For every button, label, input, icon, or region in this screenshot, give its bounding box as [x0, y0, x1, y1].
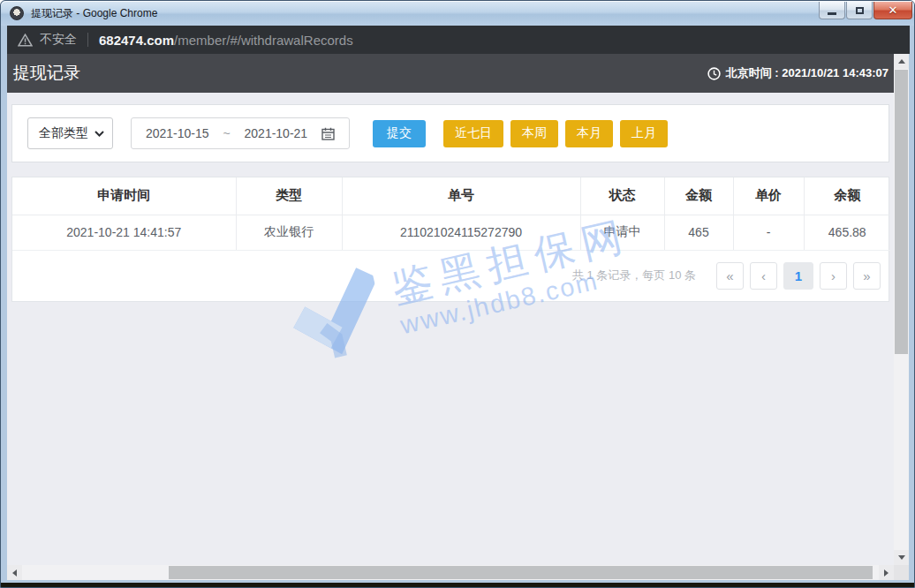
window-title: 提现记录 - Google Chrome [31, 6, 157, 21]
type-select[interactable]: 全部类型 [27, 117, 113, 149]
horizontal-scrollbar[interactable] [7, 565, 894, 580]
range-last7days-button[interactable]: 近七日 [443, 120, 503, 147]
cell-apply-time: 2021-10-21 14:41:57 [12, 215, 236, 250]
date-separator: ~ [223, 126, 230, 140]
date-to-value: 2021-10-21 [245, 126, 308, 140]
col-amount: 金额 [664, 177, 733, 215]
close-icon: ✕ [889, 4, 898, 16]
scroll-down-button[interactable] [894, 550, 909, 565]
pagination-bar: 共 1 条记录，每页 10 条 « ‹ 1 › » [12, 251, 889, 301]
col-type: 类型 [236, 177, 342, 215]
records-table: 申请时间 类型 单号 状态 金额 单价 余额 2021-10-21 14:41:… [12, 177, 890, 251]
page-content: 提现记录 北京时间 : 2021/10/21 14:43:07 全部类型 202… [7, 54, 894, 565]
window-titlebar[interactable]: 提现记录 - Google Chrome ✕ [1, 1, 915, 26]
calendar-icon [321, 127, 335, 140]
maximize-icon [856, 7, 864, 14]
table-row: 2021-10-21 14:41:57 农业银行 211021024115272… [12, 215, 890, 250]
cell-order-no: 211021024115272790 [342, 215, 580, 250]
prev-page-button[interactable]: ‹ [750, 262, 777, 290]
arrow-down-icon [898, 555, 905, 560]
next-page-button[interactable]: › [820, 262, 847, 290]
col-apply-time: 申请时间 [12, 177, 236, 215]
scroll-left-button[interactable] [7, 565, 22, 580]
arrow-right-icon [884, 569, 889, 577]
address-bar[interactable]: 不安全 682474.com /member/#/withdrawalRecor… [7, 26, 910, 54]
range-thisweek-button[interactable]: 本周 [510, 120, 558, 147]
date-range-input[interactable]: 2021-10-15 ~ 2021-10-21 [131, 117, 350, 149]
col-unit-price: 单价 [733, 177, 804, 215]
range-lastmonth-button[interactable]: 上月 [620, 120, 668, 147]
page-title: 提现记录 [13, 62, 80, 85]
url-domain: 682474.com [99, 33, 174, 48]
filter-bar: 全部类型 2021-10-15 ~ 2021-10-21 提交 [11, 104, 889, 162]
desktop-edge [1, 583, 915, 587]
date-from-value: 2021-10-15 [146, 126, 209, 140]
beijing-time: 北京时间 : 2021/10/21 14:43:07 [707, 65, 889, 81]
cell-amount: 465 [664, 215, 733, 250]
scroll-right-button[interactable] [879, 565, 894, 580]
beijing-time-label: 北京时间 : 2021/10/21 14:43:07 [726, 65, 889, 81]
insecure-label: 不安全 [40, 32, 77, 48]
cell-type: 农业银行 [236, 215, 342, 250]
scrollbar-corner [894, 565, 909, 580]
minimize-button[interactable] [819, 2, 845, 19]
close-button[interactable]: ✕ [873, 2, 912, 19]
record-count-summary: 共 1 条记录，每页 10 条 [572, 268, 696, 283]
first-page-button[interactable]: « [716, 262, 744, 290]
last-page-button[interactable]: » [853, 262, 881, 290]
range-thismonth-button[interactable]: 本月 [565, 120, 613, 147]
address-divider [87, 33, 88, 47]
arrow-left-icon [12, 569, 17, 577]
vertical-scrollbar[interactable] [894, 54, 909, 565]
chevron-down-icon [95, 131, 104, 137]
arrow-up-icon [898, 59, 905, 64]
col-balance: 余额 [804, 177, 890, 215]
type-select-value: 全部类型 [39, 125, 88, 141]
horizontal-scrollbar-thumb[interactable] [169, 566, 873, 579]
minimize-icon [828, 12, 836, 15]
browser-window: 提现记录 - Google Chrome ✕ 不安全 682474.com /m… [0, 0, 915, 588]
scroll-up-button[interactable] [894, 54, 909, 69]
site-favicon-icon [10, 6, 24, 20]
window-controls: ✕ [818, 2, 912, 19]
records-table-card: 申请时间 类型 单号 状态 金额 单价 余额 2021-10-21 14:41:… [11, 177, 889, 302]
submit-button[interactable]: 提交 [373, 120, 426, 147]
url-path: /member/#/withdrawalRecords [174, 33, 353, 48]
table-header-row: 申请时间 类型 单号 状态 金额 单价 余额 [12, 177, 890, 215]
insecure-warning-icon [18, 34, 33, 47]
cell-unit-price: - [733, 215, 804, 250]
col-status: 状态 [580, 177, 664, 215]
cell-status: 申请中 [580, 215, 664, 250]
col-order-no: 单号 [342, 177, 580, 215]
maximize-button[interactable] [846, 2, 873, 19]
vertical-scrollbar-thumb[interactable] [895, 70, 908, 354]
cell-balance: 465.88 [804, 215, 890, 250]
clock-icon [707, 67, 721, 80]
page-1-button[interactable]: 1 [783, 262, 813, 290]
page-header: 提现记录 北京时间 : 2021/10/21 14:43:07 [7, 54, 894, 93]
